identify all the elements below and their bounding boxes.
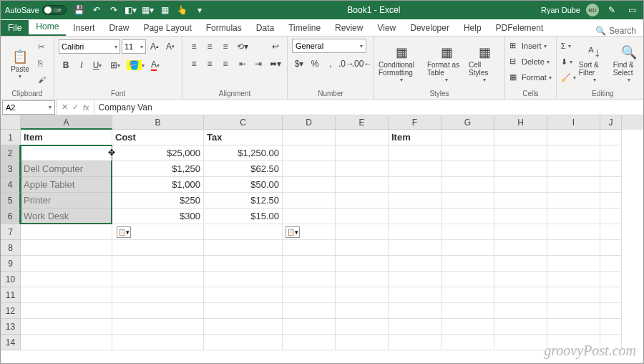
undo-icon[interactable]: ↶ [89,3,104,17]
cell-G13[interactable] [441,319,494,335]
cell-B8[interactable] [112,240,204,256]
cell-B2[interactable]: $25,000 [112,145,204,161]
cancel-formula-icon[interactable]: ✕ [62,102,68,112]
row-header-11[interactable]: 11 [1,287,21,303]
merge-center-icon[interactable]: ⬌▾ [268,57,283,71]
format-cells-button[interactable]: ▦Format ▾ [509,70,552,85]
row-header-1[interactable]: 1 [1,130,21,145]
cell-B14[interactable] [112,335,204,350]
cell-A8[interactable] [21,240,112,256]
fill-color-button[interactable]: 🪣▾ [126,58,145,72]
cell-D9[interactable] [283,256,336,272]
formula-input[interactable]: Company Van [94,102,643,112]
cell-E5[interactable] [336,193,389,209]
cell-C12[interactable] [204,303,283,319]
tab-data[interactable]: Data [249,20,281,36]
row-header-9[interactable]: 9 [1,256,21,272]
tab-home[interactable]: Home [29,19,66,36]
cell-I5[interactable] [547,193,600,209]
underline-button[interactable]: U▾ [90,58,104,72]
font-name-select[interactable]: Calibri▾ [59,39,120,54]
decrease-indent-icon[interactable]: ⇤ [235,57,250,71]
tab-help[interactable]: Help [457,20,489,36]
cell-A1[interactable]: Item [21,130,112,145]
spreadsheet-grid[interactable]: ABCDEFGHIJ 1234567891011121314 ✥ 📋▾ 📋▾ I… [1,115,643,350]
cell-D14[interactable] [283,335,336,350]
cell-A13[interactable] [21,319,112,335]
cell-F2[interactable] [389,145,441,161]
cell-H6[interactable] [494,209,547,224]
align-middle-icon[interactable]: ≡ [203,39,217,54]
cell-F3[interactable] [389,161,441,177]
tab-pdfelement[interactable]: PDFelement [489,20,551,36]
cell-H10[interactable] [494,272,547,287]
row-header-4[interactable]: 4 [1,177,21,193]
cell-J7[interactable] [600,224,622,240]
font-size-select[interactable]: 11▾ [122,39,146,54]
cell-J1[interactable] [600,130,622,145]
cell-J9[interactable] [600,256,622,272]
cell-I12[interactable] [547,303,600,319]
col-header-A[interactable]: A [21,115,112,130]
cell-H2[interactable] [494,145,547,161]
col-header-E[interactable]: E [336,115,389,130]
cell-A3[interactable]: Dell Computer [21,161,112,177]
cell-F7[interactable] [389,224,441,240]
row-header-10[interactable]: 10 [1,272,21,287]
cell-C13[interactable] [204,319,283,335]
autosum-button[interactable]: Σ ▾ [561,39,576,53]
border-button[interactable]: ⊞▾ [106,58,125,72]
cell-H13[interactable] [494,319,547,335]
cell-J6[interactable] [600,209,622,224]
cell-A7[interactable] [21,224,112,240]
tab-timeline[interactable]: Timeline [281,20,328,36]
row-header-14[interactable]: 14 [1,335,21,350]
cell-E11[interactable] [336,287,389,303]
cell-B10[interactable] [112,272,204,287]
cell-E14[interactable] [336,335,389,350]
align-center-icon[interactable]: ≡ [203,57,217,71]
align-right-icon[interactable]: ≡ [218,57,233,71]
cell-B1[interactable]: Cost [112,130,204,145]
touch-mode-icon[interactable]: 👆 [175,3,190,17]
conditional-formatting-button[interactable]: ▦ Conditional Formatting▾ [379,39,424,88]
cell-A12[interactable] [21,303,112,319]
row-header-8[interactable]: 8 [1,240,21,256]
cell-E2[interactable] [336,145,389,161]
cell-C7[interactable] [204,224,283,240]
cell-I13[interactable] [547,319,600,335]
increase-font-icon[interactable]: A▴ [147,39,162,54]
wrap-text-icon[interactable]: ↩ [268,39,283,54]
cell-F10[interactable] [389,272,441,287]
tell-me-search[interactable]: 🔍 Search [595,26,643,36]
cell-I6[interactable] [547,209,600,224]
qat-icon-1[interactable]: ◧▾ [124,3,138,17]
cut-icon[interactable]: ✂ [38,42,49,52]
format-as-table-button[interactable]: ▦ Format as Table▾ [427,39,466,88]
cell-D1[interactable] [283,130,336,145]
name-box[interactable]: A2▾ [2,100,55,115]
autosave-control[interactable]: AutoSave Off [5,5,67,15]
cell-E10[interactable] [336,272,389,287]
cell-H8[interactable] [494,240,547,256]
cell-B3[interactable]: $1,250 [112,161,204,177]
sort-filter-button[interactable]: ᴬ↓ Sort & Filter▾ [579,39,610,88]
cell-D6[interactable] [283,209,336,224]
cell-I11[interactable] [547,287,600,303]
qat-icon-2[interactable]: ▦▾ [141,3,155,17]
cell-I2[interactable] [547,145,600,161]
cell-H11[interactable] [494,287,547,303]
cell-C8[interactable] [204,240,283,256]
cell-A10[interactable] [21,272,112,287]
cell-D8[interactable] [283,240,336,256]
cell-C1[interactable]: Tax [204,130,283,145]
decrease-font-icon[interactable]: A▾ [163,39,177,54]
cell-G12[interactable] [441,303,494,319]
cell-E3[interactable] [336,161,389,177]
cell-F12[interactable] [389,303,441,319]
cell-I7[interactable] [547,224,600,240]
col-header-D[interactable]: D [283,115,336,130]
cell-B12[interactable] [112,303,204,319]
decrease-decimal-icon[interactable]: .00← [355,57,369,71]
cell-I1[interactable] [547,130,600,145]
